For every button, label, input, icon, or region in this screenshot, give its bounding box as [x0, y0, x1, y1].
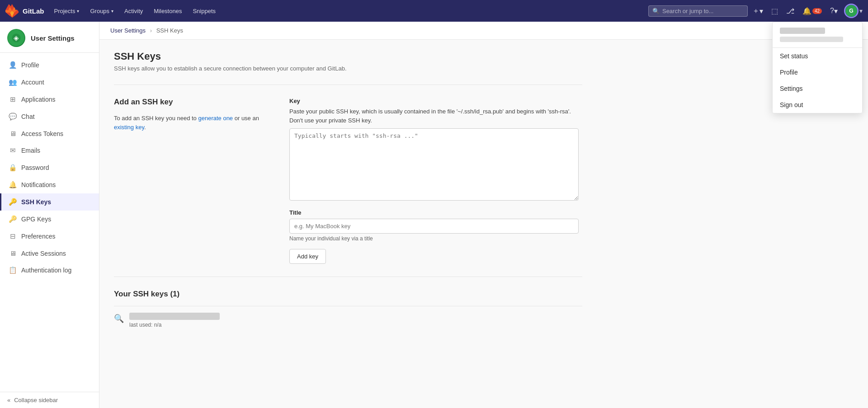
- gpg-keys-icon: 🔑: [9, 215, 17, 223]
- svg-text:G: G: [849, 8, 854, 14]
- main-content: User Settings › SSH Keys SSH Keys SSH ke…: [99, 22, 868, 408]
- sidebar-item-label: Applications: [21, 96, 56, 103]
- gitlab-brand[interactable]: GitLab: [5, 4, 44, 18]
- sidebar-item-applications[interactable]: ⊞ Applications: [0, 91, 99, 108]
- collapse-sidebar-btn[interactable]: « Collapse sidebar: [0, 392, 99, 408]
- sidebar-item-label: Access Tokens: [21, 130, 63, 137]
- sidebar-item-profile[interactable]: 👤 Profile: [0, 56, 99, 74]
- breadcrumb-current: SSH Keys: [156, 27, 183, 34]
- sidebar-item-label: Authentication log: [21, 267, 71, 274]
- user-avatar-btn[interactable]: G: [844, 4, 859, 18]
- dropdown-sign-out[interactable]: Sign out: [773, 97, 862, 113]
- password-icon: 🔒: [9, 164, 17, 172]
- page-subtitle: SSH keys allow you to establish a secure…: [114, 65, 582, 72]
- dropdown-profile[interactable]: Profile: [773, 64, 862, 80]
- ssh-key-item: 🔍 last used: n/a: [114, 306, 582, 334]
- search-input[interactable]: [662, 8, 744, 14]
- account-icon: 👥: [9, 78, 17, 86]
- sidebar-item-label: Notifications: [21, 181, 56, 188]
- ssh-key-icon: 🔍: [114, 314, 124, 324]
- sidebar-item-emails[interactable]: ✉ Emails: [0, 142, 99, 159]
- sidebar-item-notifications[interactable]: 🔔 Notifications: [0, 176, 99, 193]
- sidebar-item-label: SSH Keys: [21, 198, 51, 206]
- collapse-label: Collapse sidebar: [14, 397, 58, 403]
- sidebar-item-gpg-keys[interactable]: 🔑 GPG Keys: [0, 211, 99, 228]
- ssh-key-name-row: [129, 313, 582, 320]
- new-item-btn[interactable]: ＋ ▾: [749, 0, 767, 22]
- add-key-desc-after: .: [144, 124, 146, 131]
- sidebar-item-active-sessions[interactable]: 🖥 Active Sessions: [0, 245, 99, 262]
- sidebar-item-label: Profile: [21, 61, 39, 69]
- page-title: SSH Keys: [114, 51, 582, 62]
- sidebar-item-ssh-keys[interactable]: 🔑 SSH Keys: [0, 193, 99, 211]
- nav-groups[interactable]: Groups ▾: [85, 0, 118, 22]
- nav-projects[interactable]: Projects ▾: [50, 0, 84, 22]
- content-area: SSH Keys SSH keys allow you to establish…: [99, 40, 597, 345]
- sidebar-item-label: Emails: [21, 147, 40, 154]
- sidebar-item-account[interactable]: 👥 Account: [0, 74, 99, 91]
- ssh-keys-list-title: Your SSH keys (1): [114, 290, 582, 299]
- add-key-section-title: Add an SSH key: [114, 98, 268, 107]
- notifications-btn[interactable]: 🔔 42: [799, 0, 826, 22]
- dropdown-email: [780, 37, 843, 42]
- help-btn[interactable]: ? ▾: [826, 0, 841, 22]
- nav-milestones[interactable]: Milestones: [149, 0, 186, 22]
- top-navigation: GitLab Projects ▾ Groups ▾ Activity Mile…: [0, 0, 868, 22]
- sidebar-item-chat[interactable]: 💬 Chat: [0, 108, 99, 125]
- keys-list-divider: [114, 277, 582, 277]
- board-icon-btn[interactable]: ⬚: [768, 0, 782, 22]
- section-divider: [114, 84, 582, 85]
- title-label: Title: [289, 209, 579, 216]
- sidebar-item-access-tokens[interactable]: 🖥 Access Tokens: [0, 125, 99, 142]
- active-sessions-icon: 🖥: [9, 249, 17, 257]
- app-layout: ◈ User Settings 👤 Profile 👥 Account ⊞ Ap…: [0, 22, 868, 408]
- ssh-key-name-blurred: [129, 313, 220, 320]
- merge-requests-btn[interactable]: ⎇: [783, 0, 798, 22]
- emails-icon: ✉: [9, 146, 17, 155]
- sidebar-item-password[interactable]: 🔒 Password: [0, 159, 99, 176]
- notifications-icon: 🔔: [9, 181, 17, 189]
- existing-key-link[interactable]: existing key: [114, 124, 144, 131]
- title-form-group: Title Name your individual key via a tit…: [289, 209, 579, 242]
- key-textarea[interactable]: [289, 128, 579, 201]
- sidebar-item-preferences[interactable]: ⊟ Preferences: [0, 228, 99, 245]
- dropdown-set-status[interactable]: Set status: [773, 48, 862, 64]
- title-hint: Name your individual key via a title: [289, 235, 579, 242]
- sidebar-item-label: Chat: [21, 113, 35, 120]
- svg-text:◈: ◈: [14, 34, 19, 42]
- nav-snippets[interactable]: Snippets: [188, 0, 220, 22]
- dropdown-settings[interactable]: Settings: [773, 80, 862, 97]
- add-key-button[interactable]: Add key: [289, 249, 326, 264]
- preferences-icon: ⊟: [9, 232, 17, 240]
- chevron-down-icon: ▾: [77, 9, 79, 14]
- sidebar-nav: 👤 Profile 👥 Account ⊞ Applications 💬 Cha…: [0, 53, 99, 282]
- add-key-desc-before: To add an SSH key you need to: [114, 115, 198, 122]
- nav-activity[interactable]: Activity: [120, 0, 147, 22]
- auth-log-icon: 📋: [9, 266, 17, 274]
- notifications-badge: 42: [812, 8, 822, 14]
- ssh-key-info: last used: n/a: [129, 313, 582, 328]
- ssh-key-last-used: last used: n/a: [129, 322, 582, 328]
- add-key-desc-mid: or use an: [233, 115, 259, 122]
- chevron-down-icon: ▾: [760, 7, 763, 15]
- sidebar-title: User Settings: [31, 34, 75, 42]
- sidebar-item-label: Active Sessions: [21, 250, 66, 257]
- title-input[interactable]: [289, 219, 579, 234]
- chevron-down-icon: ▾: [111, 9, 113, 14]
- sidebar: ◈ User Settings 👤 Profile 👥 Account ⊞ Ap…: [0, 22, 99, 408]
- sidebar-item-label: Account: [21, 79, 44, 86]
- profile-icon: 👤: [9, 61, 17, 69]
- search-box[interactable]: 🔍: [648, 5, 748, 17]
- sidebar-item-label: GPG Keys: [21, 216, 51, 223]
- ssh-keys-icon: 🔑: [9, 198, 17, 206]
- key-form-description: Paste your public SSH key, which is usua…: [289, 107, 579, 125]
- sidebar-avatar: ◈: [7, 29, 25, 47]
- brand-name: GitLab: [23, 7, 44, 15]
- breadcrumb: User Settings › SSH Keys: [99, 22, 868, 40]
- add-ssh-key-section: Add an SSH key To add an SSH key you nee…: [114, 98, 582, 264]
- breadcrumb-parent-link[interactable]: User Settings: [110, 27, 146, 34]
- key-label: Key: [289, 98, 579, 104]
- generate-one-link[interactable]: generate one: [198, 115, 233, 122]
- sidebar-item-auth-log[interactable]: 📋 Authentication log: [0, 262, 99, 279]
- collapse-icon: «: [7, 397, 10, 403]
